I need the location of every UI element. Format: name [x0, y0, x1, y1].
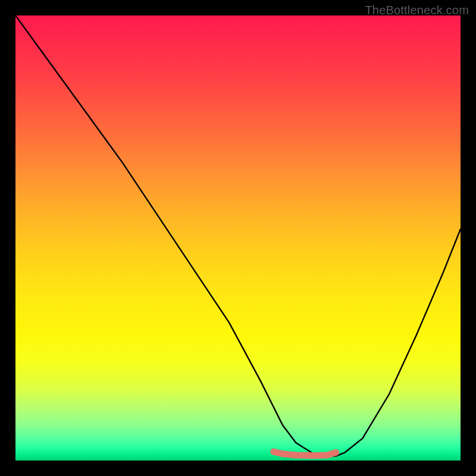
highlight-segment	[274, 452, 336, 456]
chart-area	[15, 15, 461, 461]
curve-line	[15, 15, 461, 456]
watermark-text: TheBottleneck.com	[365, 4, 469, 17]
chart-svg	[15, 15, 461, 461]
